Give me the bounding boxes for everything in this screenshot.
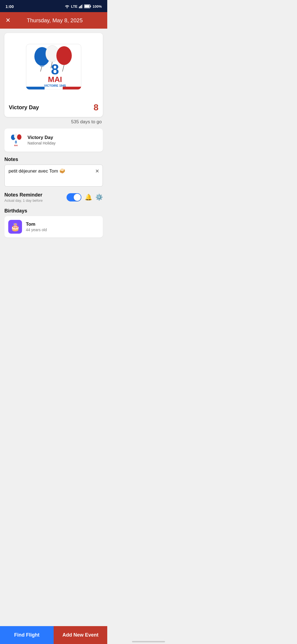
birthday-age: 44 years old [26,228,47,232]
reminder-toggle[interactable] [67,193,81,201]
event-number: 8 [94,102,98,113]
status-bar: 1:00 LTE 100% [0,0,107,12]
days-to-go: 535 days to go [4,119,103,125]
header-title: Thursday, May 8, 2025 [16,17,94,24]
battery-icon [84,4,91,8]
birthday-card: 🎂 Tom 44 years old [4,216,103,238]
settings-icon[interactable]: ⚙️ [95,194,103,201]
svg-text:8: 8 [15,140,17,144]
birthday-name: Tom [26,222,47,227]
close-button[interactable]: ✕ [6,17,10,24]
header: ✕ Thursday, May 8, 2025 [0,12,107,29]
bell-icon[interactable]: 🔔 [85,194,92,201]
info-row: 8 MAI Victory Day National Holiday [4,129,103,152]
info-text: Victory Day National Holiday [28,135,56,145]
reminder-text: Notes Reminder Actual day, 1 day before [4,192,43,203]
svg-rect-1 [80,6,81,8]
reminder-controls: 🔔 ⚙️ [67,193,103,201]
main-content: 8 MAI VICTOIRE 1945 Victory Day 8 [0,29,107,271]
svg-rect-2 [81,5,82,8]
status-icons: LTE 100% [65,4,102,9]
svg-point-21 [17,134,21,140]
svg-rect-6 [90,6,91,7]
info-event-subtitle: National Holiday [28,141,56,145]
lte-label: LTE [71,4,78,9]
notes-content: petit déjeuner avec Tom 🥪 [9,168,65,174]
signal-icon [79,4,83,8]
reminder-row: Notes Reminder Actual day, 1 day before … [4,192,103,203]
notes-box[interactable]: petit déjeuner avec Tom 🥪 ✕ [4,165,103,187]
event-thumbnail: 8 MAI [8,132,24,148]
svg-rect-5 [84,5,89,8]
notes-clear-button[interactable]: ✕ [95,168,99,174]
svg-text:MAI: MAI [48,75,62,84]
toggle-knob [74,194,81,201]
birthdays-label: Birthdays [4,208,103,214]
birthday-icon: 🎂 [8,220,22,234]
status-time: 1:00 [6,4,14,9]
birthday-info: Tom 44 years old [26,222,47,232]
event-name: Victory Day [9,104,39,111]
notes-label: Notes [4,157,103,162]
svg-rect-0 [79,7,80,8]
reminder-subtitle: Actual day, 1 day before [4,198,43,203]
info-event-name: Victory Day [28,135,56,140]
svg-text:MAI: MAI [14,144,18,146]
wifi-icon [65,4,70,8]
reminder-title: Notes Reminder [4,192,43,198]
battery-label: 100% [93,4,102,9]
event-image: 8 MAI VICTOIRE 1945 [4,33,103,99]
svg-rect-3 [82,4,83,8]
victory-day-illustration: 8 MAI VICTOIRE 1945 [23,39,84,94]
event-card: 8 MAI VICTOIRE 1945 Victory Day 8 [4,33,103,117]
event-card-footer: Victory Day 8 [4,99,103,117]
